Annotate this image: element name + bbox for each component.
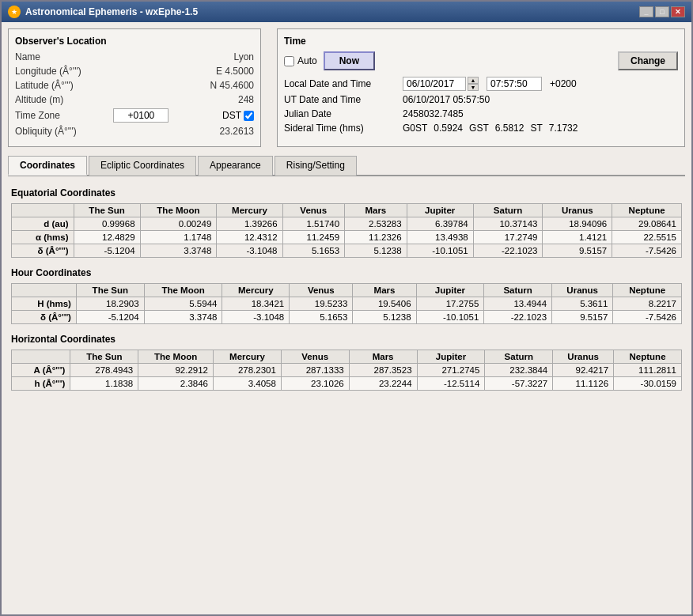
cell-value: -7.5426 (612, 244, 682, 258)
name-label: Name (15, 51, 40, 62)
table-header: Mercury (222, 284, 290, 297)
cell-value: 3.3748 (140, 244, 217, 258)
table-row: δ (Â°''')-5.12043.3748-3.10485.16535.123… (12, 244, 682, 258)
longitude-value: E 4.5000 (216, 66, 254, 77)
cell-value: 3.4058 (214, 377, 282, 391)
cell-value: -5.1204 (74, 244, 140, 258)
cell-value: 23.2244 (349, 377, 417, 391)
cell-value: 287.3523 (349, 364, 417, 377)
cell-value: -7.5426 (613, 311, 682, 324)
cell-value: 22.5515 (612, 231, 682, 244)
cell-value: 11.2326 (345, 231, 407, 244)
row-label: δ (Â°''') (12, 244, 74, 258)
equatorial-title: Equatorial Coordinates (11, 187, 682, 198)
table-row: δ (Â°''')-5.12043.3748-3.10485.16535.123… (12, 311, 682, 324)
cell-value: -3.1048 (217, 244, 282, 258)
cell-value: 23.1026 (281, 377, 349, 391)
table-header: Mars (345, 204, 407, 217)
cell-value: 18.2903 (76, 297, 144, 311)
hour-table: The SunThe MoonMercuryVenusMarsJupiterSa… (11, 283, 682, 324)
cell-value: 5.5944 (144, 297, 222, 311)
tab-coordinates[interactable]: Coordinates (8, 156, 87, 176)
row-label: h (Â°''') (12, 377, 70, 391)
table-header: Venus (281, 350, 349, 364)
table-header: Neptune (614, 350, 682, 364)
date-spin-down[interactable]: ▼ (468, 84, 479, 91)
cell-value: 0.99968 (74, 217, 140, 231)
table-header: Mars (353, 284, 416, 297)
local-date-input[interactable] (403, 77, 466, 91)
now-button[interactable]: Now (324, 51, 375, 70)
local-time-input[interactable] (487, 77, 542, 91)
horizontal-title: Horizontal Coordinates (11, 334, 682, 345)
cell-value: 287.1333 (281, 364, 349, 377)
auto-label: Auto (297, 55, 317, 66)
cell-value: 1.39266 (217, 217, 282, 231)
close-button[interactable]: ✕ (671, 6, 685, 17)
gost-label: G0ST (403, 123, 427, 134)
table-header: Mars (349, 350, 417, 364)
tab-appearance[interactable]: Appearance (198, 156, 273, 176)
cell-value: 13.4944 (484, 297, 552, 311)
auto-checkbox[interactable] (284, 56, 294, 66)
cell-value: 10.37143 (473, 217, 543, 231)
table-header: Jupiter (417, 350, 485, 364)
name-value: Lyon (233, 51, 254, 62)
obliquity-value: 23.2613 (220, 126, 254, 137)
latitude-value: N 45.4600 (210, 80, 254, 91)
hour-title: Hour Coordinates (11, 267, 682, 278)
cell-value: 278.4943 (70, 364, 138, 377)
row-label: H (hms) (12, 297, 77, 311)
maximize-button[interactable]: □ (655, 6, 669, 17)
cell-value: 232.3844 (485, 364, 553, 377)
longitude-label: Longitude (Â°''') (15, 66, 81, 77)
cell-value: 11.2459 (282, 231, 345, 244)
tab-rising-setting[interactable]: Rising/Setting (275, 156, 357, 176)
table-header: Jupiter (416, 284, 484, 297)
tab-ecliptic[interactable]: Ecliptic Coordinates (89, 156, 196, 176)
timezone-input[interactable] (113, 108, 169, 123)
altitude-label: Altitude (m) (15, 94, 63, 105)
cell-value: -5.1204 (76, 311, 144, 324)
timezone-label: Time Zone (15, 110, 60, 121)
cell-value: 92.2912 (138, 364, 214, 377)
date-spin-up[interactable]: ▲ (468, 77, 479, 84)
cell-value: 5.3611 (552, 297, 613, 311)
window-title: Astronomical Ephemeris - wxEphe-1.5 (25, 6, 198, 17)
table-header: The Moon (144, 284, 222, 297)
change-button[interactable]: Change (618, 51, 678, 70)
cell-value: 6.39784 (407, 217, 473, 231)
cell-value: -12.5114 (417, 377, 485, 391)
altitude-value: 248 (238, 94, 254, 105)
cell-value: 2.3846 (138, 377, 214, 391)
table-row: h (Â°''')1.18382.38463.405823.102623.224… (12, 377, 682, 391)
table-header: Neptune (613, 284, 682, 297)
cell-value: 19.5233 (290, 297, 353, 311)
app-icon: ★ (8, 6, 21, 18)
table-header (12, 204, 74, 217)
cell-value: -57.3227 (485, 377, 553, 391)
cell-value: 8.2217 (613, 297, 682, 311)
cell-value: -22.1023 (484, 311, 552, 324)
equatorial-table: The SunThe MoonMercuryVenusMarsJupiterSa… (11, 203, 682, 258)
ut-label: UT Date and Time (284, 94, 403, 105)
table-row: d (au)0.999680.002491.392661.517402.5328… (12, 217, 682, 231)
table-header: The Moon (138, 350, 214, 364)
table-header (12, 284, 77, 297)
row-label: d (au) (12, 217, 74, 231)
row-label: δ (Â°''') (12, 311, 77, 324)
cell-value: 17.2755 (416, 297, 484, 311)
cell-value: -22.1023 (473, 244, 543, 258)
cell-value: -10.1051 (407, 244, 473, 258)
table-header: The Sun (76, 284, 144, 297)
minimize-button[interactable]: _ (639, 6, 653, 17)
table-header (12, 350, 70, 364)
table-header: Mercury (217, 204, 282, 217)
st-value: 7.1732 (549, 123, 578, 134)
dst-checkbox[interactable] (244, 111, 254, 121)
cell-value: 5.1238 (345, 244, 407, 258)
cell-value: 1.1838 (70, 377, 138, 391)
cell-value: 2.53283 (345, 217, 407, 231)
table-header: Saturn (485, 350, 553, 364)
horizontal-table: The SunThe MoonMercuryVenusMarsJupiterSa… (11, 350, 682, 391)
